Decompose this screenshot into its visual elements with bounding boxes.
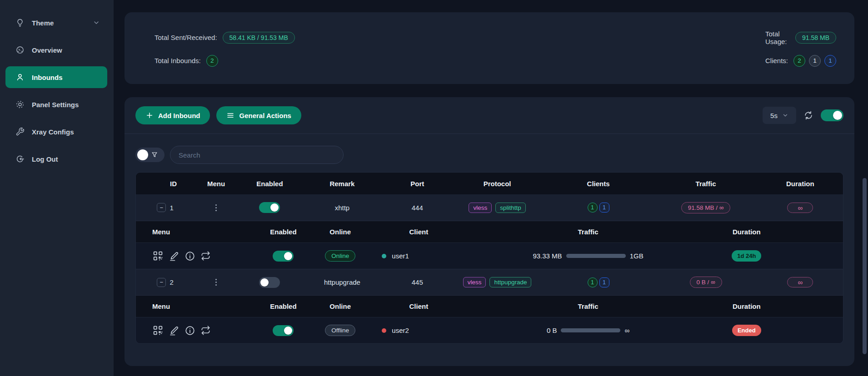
col-header-duration: Duration [758, 180, 843, 188]
table-header-row: ID Menu Enabled Remark Port Protocol Cli… [136, 173, 843, 194]
client-table-header-row: Menu Enabled Online Client Traffic Durat… [136, 295, 843, 317]
protocol-tag: httpupgrade [489, 277, 531, 287]
auto-refresh-toggle[interactable] [821, 109, 843, 121]
qr-code-icon[interactable] [152, 250, 164, 262]
sent-received-value-pill: 58.41 KB / 91.53 MB [223, 32, 295, 44]
enabled-cell [238, 277, 302, 288]
total-usage-value-pill: 91.58 MB [795, 32, 836, 44]
stats-card: Total Sent/Received: 58.41 KB / 91.53 MB… [125, 12, 854, 84]
client-online-cell: Offline [319, 325, 361, 336]
clients-active-badge: 1 [588, 203, 598, 213]
traffic-cell: 0 B / ∞ [654, 277, 758, 288]
sub-header-enabled: Enabled [248, 302, 319, 310]
info-icon[interactable] [185, 251, 195, 262]
enabled-cell [238, 202, 302, 213]
inbound-id: 2 [170, 278, 173, 286]
edit-icon[interactable] [169, 251, 180, 262]
clients-online-badge: 2 [793, 55, 805, 67]
stat-total-usage: Total Usage: 91.58 MB [436, 30, 836, 45]
online-status-badge: Online [325, 250, 355, 262]
client-name-cell: user1 [361, 252, 476, 260]
protocol-tag: splithttp [495, 203, 526, 213]
clients-active-badge: 1 [588, 277, 598, 287]
refresh-interval-select[interactable]: 5s [763, 107, 796, 124]
stat-label: Total Inbounds: [155, 57, 201, 64]
sidebar-item-inbounds[interactable]: Inbounds [5, 66, 107, 88]
sub-header-client: Client [361, 228, 476, 236]
sidebar-item-panel-settings[interactable]: Panel Settings [5, 94, 107, 115]
gear-icon [15, 100, 25, 109]
sub-header-menu: Menu [136, 228, 248, 236]
col-header-menu: Menu [195, 180, 238, 188]
collapse-icon[interactable]: − [157, 278, 166, 287]
stat-total-inbounds: Total Inbounds: 2 [155, 55, 436, 67]
gauge-icon [15, 45, 25, 54]
client-name-cell: user2 [361, 327, 476, 334]
chevron-down-icon [93, 19, 100, 26]
protocol-cell: vless splithttp [452, 203, 543, 213]
duration-cell: ∞ [758, 277, 843, 287]
duration-pill: ∞ [787, 203, 813, 213]
search-input[interactable] [170, 146, 344, 164]
inbound-enabled-toggle[interactable] [259, 202, 280, 213]
clients-total-badge: 1 [599, 277, 609, 287]
clients-badges: 2 1 1 [793, 55, 836, 67]
add-inbound-button[interactable]: Add Inbound [135, 106, 210, 124]
traffic-pill: 0 B / ∞ [690, 277, 722, 288]
sub-header-traffic: Traffic [476, 228, 700, 236]
protocol-tag: vless [463, 277, 486, 287]
chevron-down-icon [782, 112, 788, 119]
person-icon [15, 73, 25, 82]
sidebar-item-label: Theme [32, 19, 54, 27]
wrench-icon [15, 127, 25, 136]
traffic-progress-bar [561, 328, 620, 332]
sidebar-item-log-out[interactable]: Log Out [5, 148, 107, 170]
client-duration-cell: Ended [700, 325, 843, 336]
client-table-header-row: Menu Enabled Online Client Traffic Durat… [136, 221, 843, 242]
client-status-dot [382, 328, 386, 333]
client-enabled-toggle[interactable] [273, 325, 294, 336]
row-menu-dots-icon[interactable] [214, 203, 219, 213]
inbound-id: 1 [170, 204, 173, 212]
col-header-traffic: Traffic [654, 180, 758, 188]
qr-code-icon[interactable] [152, 325, 164, 336]
sub-header-duration: Duration [700, 302, 843, 310]
sub-header-online: Online [319, 302, 361, 310]
info-icon[interactable] [185, 325, 195, 336]
sidebar-item-label: Inbounds [32, 74, 63, 81]
page-scrollbar-thumb[interactable] [863, 178, 867, 354]
refresh-icon[interactable] [803, 110, 813, 120]
sub-header-enabled: Enabled [248, 228, 319, 236]
port-cell: 445 [383, 278, 452, 286]
duration-badge: 1d 24h [732, 250, 761, 262]
sidebar-item-theme[interactable]: Theme [5, 12, 107, 34]
duration-pill: ∞ [787, 277, 813, 287]
sidebar-item-xray-configs[interactable]: Xray Configs [5, 121, 107, 143]
traffic-limit: ∞ [624, 327, 629, 334]
inbound-enabled-toggle[interactable] [259, 277, 280, 288]
sidebar-item-overview[interactable]: Overview [5, 39, 107, 61]
sub-header-client: Client [361, 302, 476, 310]
client-row: Online user1 93.33 MB 1GB 1d 2 [136, 242, 843, 269]
row-menu-dots-icon[interactable] [214, 277, 219, 287]
general-actions-button[interactable]: General Actions [216, 106, 301, 124]
traffic-used: 93.33 MB [533, 252, 562, 260]
menu-cell [195, 203, 238, 213]
filter-toggle[interactable] [135, 148, 165, 162]
edit-icon[interactable] [169, 325, 180, 336]
reset-traffic-icon[interactable] [200, 325, 211, 336]
duration-cell: ∞ [758, 203, 843, 213]
client-enabled-toggle[interactable] [273, 251, 294, 262]
reset-traffic-icon[interactable] [200, 251, 211, 261]
port-cell: 444 [383, 204, 452, 212]
menu-cell [195, 277, 238, 287]
toolbar-divider [125, 134, 854, 134]
total-inbounds-badge: 2 [206, 55, 218, 67]
traffic-pill: 91.58 MB / ∞ [681, 202, 731, 213]
client-enabled-cell [248, 251, 319, 262]
toolbar-right: 5s [763, 107, 843, 124]
traffic-limit: 1GB [630, 252, 644, 260]
sub-header-traffic: Traffic [476, 302, 700, 310]
collapse-icon[interactable]: − [157, 203, 166, 212]
inbound-row: − 1 xhttp 444 vless splithttp 1 1 [136, 194, 843, 221]
